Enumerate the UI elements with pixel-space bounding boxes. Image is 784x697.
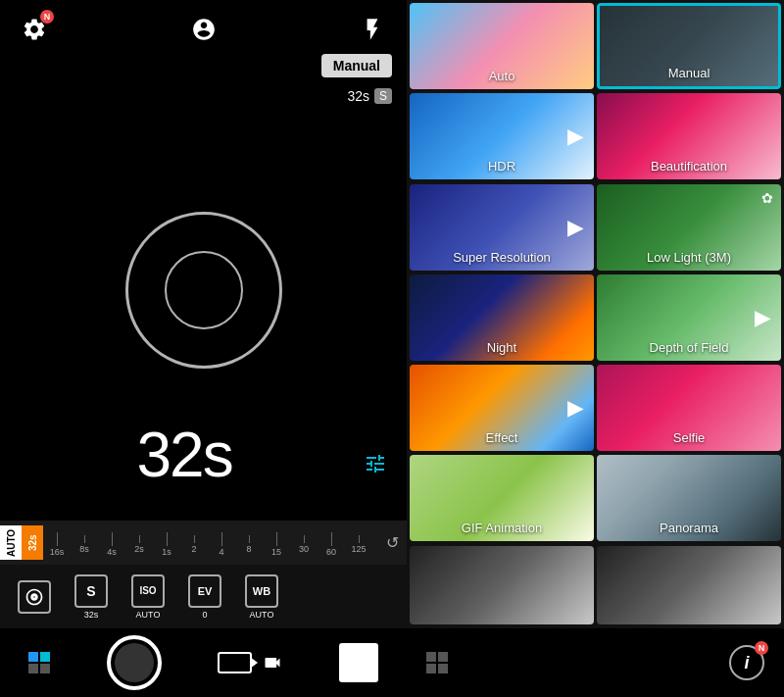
grid-cell-r2 <box>438 652 448 662</box>
tick-8: 8 <box>235 532 263 554</box>
last-photo-thumbnail[interactable] <box>339 643 378 682</box>
flower-icon: ✿ <box>761 190 773 206</box>
reset-button[interactable]: ↺ <box>378 533 407 552</box>
grid-cell-r3 <box>426 664 436 673</box>
iso-value: AUTO <box>136 610 161 620</box>
tick-1s: 1s <box>153 529 180 557</box>
grid-cell-2 <box>40 652 50 662</box>
shutter-ctrl-value: 32s <box>84 610 99 620</box>
iso-icon: ISO <box>131 574 165 608</box>
viewfinder: 32s <box>0 59 407 521</box>
profile-button[interactable] <box>184 10 223 49</box>
mode-extra-2[interactable] <box>597 546 781 624</box>
grid-view-button[interactable] <box>28 652 50 673</box>
grid-icon <box>28 652 50 673</box>
tick-15: 15 <box>263 529 290 557</box>
camera-modes-grid: Auto Manual ▶ HDR Beautification ▶ Super… <box>407 0 784 628</box>
top-bar: N <box>0 0 407 59</box>
wb-icon: WB <box>245 574 278 608</box>
effect-arrow: ▶ <box>567 396 582 420</box>
ev-control[interactable]: EV 0 <box>180 571 229 623</box>
tick-16s: 16s <box>43 529 71 557</box>
mode-gif-label: GIF Animation <box>410 521 594 535</box>
mode-night[interactable]: Night <box>410 274 594 361</box>
tick-2: 2 <box>180 532 208 554</box>
tick-8s: 8s <box>71 532 98 554</box>
dof-arrow: ▶ <box>755 306 769 329</box>
mode-effect-label: Effect <box>410 430 594 445</box>
iso-control[interactable]: ISO AUTO <box>123 571 172 623</box>
camera-controls-bar: S 32s ISO AUTO EV 0 WB AUTO <box>0 565 407 628</box>
mode-auto[interactable]: Auto <box>410 3 594 89</box>
capture-button-inner <box>115 643 154 682</box>
tick-30: 30 <box>290 532 318 554</box>
focus-ring-outer <box>125 212 282 369</box>
bottom-nav-left <box>0 628 407 697</box>
settings-button[interactable]: N <box>15 10 54 49</box>
mode-panorama[interactable]: Panorama <box>597 455 781 541</box>
info-badge-n: N <box>755 641 768 655</box>
mode-beautification-label: Beautification <box>597 159 781 174</box>
flash-button[interactable] <box>353 10 392 49</box>
metering-icon <box>18 580 51 614</box>
shutter-control[interactable]: S 32s <box>67 571 116 623</box>
tick-60: 60 <box>318 529 345 557</box>
shutter-value-large: 32s <box>136 419 231 491</box>
capture-button[interactable] <box>107 635 162 690</box>
right-panel: Auto Manual ▶ HDR Beautification ▶ Super… <box>407 0 784 697</box>
mode-auto-label: Auto <box>410 69 594 83</box>
focus-ring-inner <box>165 251 243 329</box>
mode-low-light[interactable]: ✿ Low Light (3M) <box>597 184 781 271</box>
ruler-ticks: 16s 8s 4s 2s 1s 2 4 8 15 30 60 125 250 5… <box>43 529 378 557</box>
wb-value: AUTO <box>250 610 274 620</box>
info-button[interactable]: i N <box>729 645 764 680</box>
mode-beautification[interactable]: Beautification <box>597 93 781 179</box>
mode-superres-label: Super Resolution <box>410 250 594 265</box>
auto-label: AUTO <box>0 525 22 560</box>
grid-cell-r4 <box>438 664 448 673</box>
mode-lowlight-label: Low Light (3M) <box>597 250 781 265</box>
shutter-ruler[interactable]: AUTO 32s 16s 8s 4s 2s 1s 2 4 8 15 30 60 … <box>0 521 407 565</box>
tick-2s: 2s <box>125 532 153 554</box>
metering-button[interactable] <box>10 576 59 618</box>
mode-selfie[interactable]: Selfie <box>597 365 781 451</box>
ev-icon: EV <box>188 574 221 608</box>
left-panel: N Manual 32s S 32s AUTO <box>0 0 407 697</box>
video-play-indicator <box>250 657 258 669</box>
mode-gif-animation[interactable]: GIF Animation <box>410 455 594 541</box>
bottom-nav-right: i N <box>407 628 784 697</box>
tick-4s: 4s <box>98 529 125 557</box>
mode-hdr-label: HDR <box>410 159 594 174</box>
mode-effect[interactable]: ▶ Effect <box>410 365 594 451</box>
tick-4: 4 <box>208 529 235 557</box>
current-shutter-value: 32s <box>22 525 43 560</box>
grid-cell-1 <box>28 652 38 662</box>
mode-extra-1[interactable] <box>410 546 594 624</box>
grid-cell-4 <box>40 664 50 673</box>
adjustment-sliders-icon[interactable] <box>364 452 387 481</box>
video-icon <box>218 652 252 673</box>
mode-manual-label: Manual <box>600 66 778 80</box>
shutter-icon: S <box>74 574 108 608</box>
mode-night-label: Night <box>410 340 594 355</box>
settings-badge: N <box>40 10 54 24</box>
mode-manual[interactable]: Manual <box>597 3 781 89</box>
mode-dof-label: Depth of Field <box>597 340 781 355</box>
ev-value: 0 <box>202 610 207 620</box>
grid-cell-3 <box>28 664 38 673</box>
mode-panorama-label: Panorama <box>597 521 781 535</box>
mode-super-resolution[interactable]: ▶ Super Resolution <box>410 184 594 271</box>
mode-selfie-label: Selfie <box>597 430 781 445</box>
hdr-arrow: ▶ <box>567 124 582 148</box>
wb-control[interactable]: WB AUTO <box>237 571 286 623</box>
superres-arrow: ▶ <box>567 216 582 239</box>
mode-depth-of-field[interactable]: ▶ Depth of Field <box>597 274 781 361</box>
tick-125: 125 <box>345 532 372 554</box>
mode-hdr[interactable]: ▶ HDR <box>410 93 594 179</box>
grid-view-button-right[interactable] <box>426 652 448 673</box>
grid-cell-r1 <box>426 652 436 662</box>
video-mode-button[interactable] <box>218 652 282 673</box>
